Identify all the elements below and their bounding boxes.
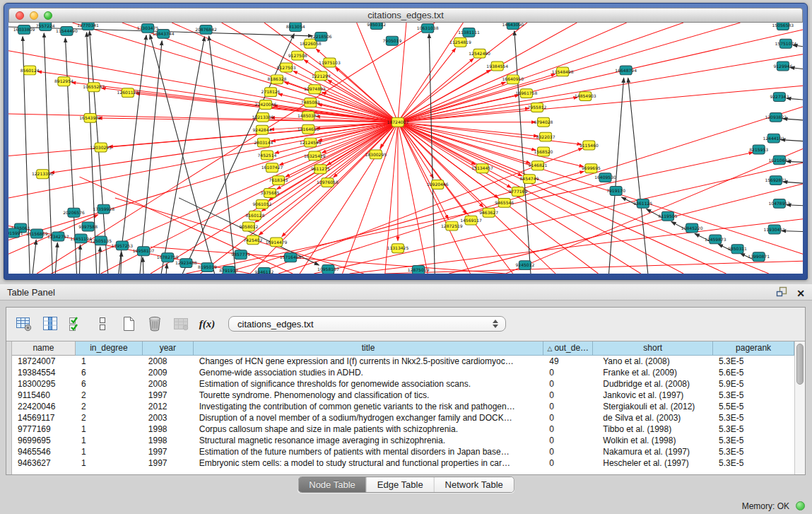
graph-node[interactable]: 10478953	[768, 199, 790, 208]
graph-node[interactable]: 9129946	[773, 62, 792, 71]
table-row[interactable]: 2242004622012Investigating the contribut…	[12, 401, 794, 412]
graph-node[interactable]: 17359928	[93, 204, 114, 214]
column-header-short[interactable]: short	[593, 341, 713, 356]
float-panel-icon[interactable]	[776, 286, 788, 300]
graph-node[interactable]: 12030295	[90, 143, 112, 152]
graph-node[interactable]: 7919170	[606, 187, 625, 196]
scrollbar-thumb[interactable]	[796, 344, 804, 385]
graph-node[interactable]: 12923488	[175, 259, 197, 268]
graph-node[interactable]: 10920446	[427, 180, 449, 189]
table-row[interactable]: 977716911998Corpus callosum shape and si…	[12, 424, 794, 435]
graph-node[interactable]: 14569117	[460, 216, 482, 225]
graph-node[interactable]: 15056583	[772, 23, 794, 30]
graph-node[interactable]: 7955812	[528, 103, 547, 112]
graph-node[interactable]: 9127508	[288, 51, 307, 60]
graph-node[interactable]: 16914479	[266, 238, 288, 247]
graph-node[interactable]: 16648794	[615, 66, 637, 75]
graph-node[interactable]: 11930451	[763, 225, 785, 234]
column-header-in_degree[interactable]: in_degree	[76, 341, 143, 356]
graph-node[interactable]: 8813054	[286, 23, 305, 31]
tab-edge-table[interactable]: Edge Table	[367, 477, 435, 492]
graph-node[interactable]: 9061052	[252, 199, 271, 209]
graph-node[interactable]: 12459873	[705, 235, 726, 244]
graph-node[interactable]: 11254819	[449, 37, 471, 47]
graph-node[interactable]: 9127503	[277, 63, 296, 72]
graph-node[interactable]: 2803144	[254, 138, 273, 147]
graph-node[interactable]: 9227343	[770, 93, 789, 102]
table-row[interactable]: 1872400712008Changes of HCN gene express…	[12, 356, 794, 367]
graph-node[interactable]: 9465546	[495, 198, 514, 207]
table-vertical-scrollbar[interactable]	[794, 341, 805, 474]
table-source-dropdown[interactable]: citations_edges.txt	[228, 316, 506, 332]
graph-node[interactable]: 16843744	[153, 29, 175, 38]
graph-node[interactable]: 11548498	[552, 67, 574, 76]
column-header-out_de[interactable]: △out_de…	[543, 341, 593, 356]
graph-node[interactable]: 18164610	[298, 124, 319, 134]
graph-node[interactable]: 16107427	[261, 163, 283, 173]
graph-node[interactable]: 9850312	[367, 23, 386, 29]
graph-node[interactable]: 8912954	[54, 77, 73, 86]
graph-node[interactable]: 12093822	[765, 112, 787, 122]
graph-node[interactable]: 15751074	[775, 39, 797, 48]
graph-node[interactable]: 19384554	[486, 62, 508, 71]
function-builder-icon[interactable]: f(x)	[198, 315, 216, 333]
import-table-disabled-icon[interactable]	[172, 315, 190, 333]
graph-node[interactable]: 7425402	[243, 235, 262, 245]
graph-node[interactable]: 1221297	[312, 71, 331, 81]
column-header-title[interactable]: title	[194, 341, 544, 356]
graph-node[interactable]: 17957253	[112, 241, 134, 250]
delete-column-trash-icon[interactable]	[146, 315, 164, 333]
tab-node-table[interactable]: Node Table	[298, 477, 367, 492]
graph-node[interactable]: 16543982	[79, 113, 101, 122]
unselect-rows-icon[interactable]	[93, 315, 112, 333]
column-header-pagerank[interactable]: pagerank	[713, 341, 794, 356]
graph-node[interactable]: 7618343	[269, 176, 288, 185]
graph-node[interactable]: 12342757	[47, 232, 69, 241]
graph-node[interactable]: 1568520	[534, 147, 553, 156]
graph-node[interactable]: 11544490	[56, 26, 78, 35]
graph-node[interactable]: 15134457	[471, 164, 493, 173]
table-row[interactable]: 946362711997Embryonic stem cells: a mode…	[12, 457, 794, 469]
table-row[interactable]: 1830029562008Estimation of significance …	[12, 378, 794, 390]
graph-node[interactable]: 7557224	[36, 23, 55, 30]
graph-node[interactable]: 18300295	[365, 150, 387, 159]
graph-node[interactable]: 7905019	[382, 36, 401, 45]
graph-node[interactable]: 2718126	[261, 88, 281, 97]
graph-node[interactable]: 9146821	[529, 161, 548, 170]
table-options-icon[interactable]	[15, 315, 33, 333]
graph-node[interactable]: 16409530	[594, 173, 616, 182]
tab-network-table[interactable]: Network Table	[435, 477, 514, 492]
graph-node[interactable]: 13990871	[748, 252, 770, 262]
graph-node[interactable]: 9850311	[728, 245, 747, 254]
graph-node[interactable]: 12505135	[90, 236, 112, 245]
graph-node[interactable]: 7485083	[301, 98, 320, 107]
column-header-year[interactable]: year	[143, 341, 194, 356]
graph-node[interactable]: 8186328	[268, 75, 287, 84]
graph-node[interactable]: 12601128	[117, 88, 139, 98]
memory-ok-indicator[interactable]	[796, 501, 805, 510]
graph-node[interactable]: 14643090	[502, 23, 524, 29]
network-graph[interactable]: 1872400718226058912750891275038186328271…	[8, 23, 803, 274]
network-window-titlebar[interactable]: citations_edges.txt	[8, 8, 803, 23]
table-row[interactable]: 946554611997Estimation of the future num…	[12, 446, 794, 457]
graph-node[interactable]: 12124549	[300, 138, 322, 147]
graph-node[interactable]: 10631038	[417, 23, 439, 33]
graph-node[interactable]: 9361125	[633, 199, 652, 208]
graph-node[interactable]: 14854903	[575, 92, 596, 101]
graph-node[interactable]: 12213390	[32, 170, 54, 179]
graph-node[interactable]: 8119505	[659, 211, 678, 221]
graph-node[interactable]: 16033809	[13, 25, 35, 34]
graph-node[interactable]: 7452514	[258, 151, 277, 160]
graph-node[interactable]: 8160128	[245, 211, 264, 220]
new-column-icon[interactable]	[119, 315, 138, 333]
network-canvas[interactable]: 1872400718226058912750891275038186328271…	[8, 23, 803, 274]
graph-node[interactable]: 8322037	[536, 132, 555, 141]
graph-node[interactable]: 15716485	[280, 253, 302, 262]
table-row[interactable]: 1456911722003Disruption of a novel membe…	[12, 412, 794, 424]
graph-node[interactable]: 12542490	[469, 49, 490, 58]
graph-node[interactable]: 9777169	[508, 187, 527, 197]
graph-node[interactable]: 8560124	[20, 66, 40, 75]
table-row[interactable]: 969969511998Structural magnetic resonanc…	[12, 435, 794, 446]
graph-node[interactable]: 9058012	[239, 222, 258, 231]
graph-node[interactable]: 15692871	[765, 176, 787, 185]
